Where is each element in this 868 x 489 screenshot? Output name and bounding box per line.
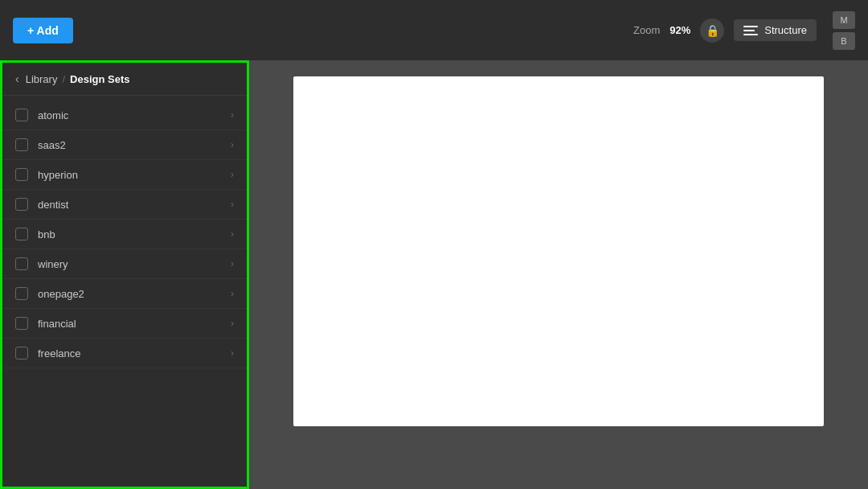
list-item[interactable]: onepage2› [2,279,247,309]
structure-icon [743,26,758,35]
item-label: freelance [38,347,221,360]
add-button[interactable]: + Add [13,18,73,43]
item-label: bnb [38,228,221,240]
item-checkbox[interactable] [15,138,28,151]
list-item[interactable]: financial› [2,309,247,339]
item-checkbox[interactable] [15,168,28,181]
list-item[interactable]: winery› [2,249,247,279]
back-arrow[interactable]: ‹ [15,72,19,85]
side-icon-m[interactable]: M [833,11,855,29]
item-checkbox[interactable] [15,109,28,121]
list-item[interactable]: hyperion› [2,160,247,190]
list-item[interactable]: saas2› [2,130,247,160]
toolbar: + Add Zoom 92% 🔒 Structure M B [0,0,868,60]
canvas-content [293,76,824,426]
zoom-label: Zoom [633,24,660,36]
item-label: hyperion [38,169,221,181]
library-header: ‹ Library / Design Sets [2,63,247,96]
item-arrow: › [231,169,234,180]
breadcrumb: Library / Design Sets [26,73,130,85]
zoom-value: 92% [669,24,690,36]
item-arrow: › [231,139,234,150]
toolbar-right: Zoom 92% 🔒 Structure M B [633,11,855,50]
item-arrow: › [231,109,234,121]
structure-button[interactable]: Structure [734,19,817,41]
item-checkbox[interactable] [15,198,28,211]
item-label: financial [38,318,221,330]
item-checkbox[interactable] [15,347,28,360]
item-checkbox[interactable] [15,287,28,300]
item-arrow: › [231,228,234,240]
item-checkbox[interactable] [15,257,28,270]
library-panel: ‹ Library / Design Sets atomic›saas2›hyp… [0,60,249,489]
list-item[interactable]: bnb› [2,220,247,249]
content-area: ‹ Library / Design Sets atomic›saas2›hyp… [0,60,868,489]
item-label: atomic [38,109,221,121]
side-icon-b[interactable]: B [833,32,855,50]
item-label: saas2 [38,139,221,151]
side-icons: M B [833,11,855,50]
list-item[interactable]: atomic› [2,101,247,130]
list-item[interactable]: dentist› [2,190,247,220]
item-arrow: › [231,199,234,210]
lock-button[interactable]: 🔒 [700,18,724,43]
item-label: winery [38,258,221,270]
list-item[interactable]: freelance› [2,339,247,368]
item-checkbox[interactable] [15,228,28,240]
item-arrow: › [231,288,234,299]
item-label: onepage2 [38,288,221,300]
item-arrow: › [231,347,234,359]
canvas-area [249,60,868,489]
item-checkbox[interactable] [15,317,28,330]
breadcrumb-active: Design Sets [70,73,129,85]
item-arrow: › [231,258,234,269]
breadcrumb-separator: / [62,73,65,85]
item-label: dentist [38,199,221,211]
structure-label: Structure [764,24,807,36]
breadcrumb-library[interactable]: Library [26,73,58,85]
item-arrow: › [231,318,234,329]
library-list: atomic›saas2›hyperion›dentist›bnb›winery… [2,96,247,487]
